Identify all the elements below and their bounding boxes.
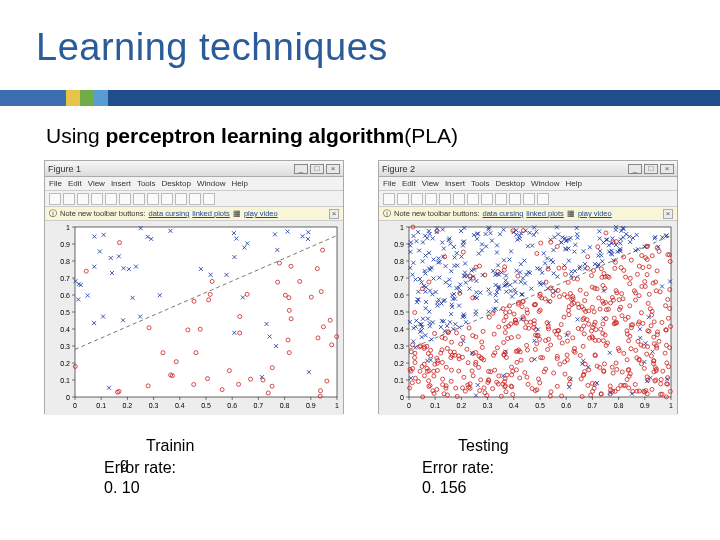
toolbar-button[interactable] (439, 193, 451, 205)
notice-close-button[interactable]: × (663, 209, 673, 219)
menu-item[interactable]: File (383, 179, 396, 188)
svg-text:0.2: 0.2 (60, 360, 70, 367)
svg-text:0.7: 0.7 (394, 275, 404, 282)
svg-text:0.4: 0.4 (394, 326, 404, 333)
toolbar-button[interactable] (481, 193, 493, 205)
toolbar-button[interactable] (509, 193, 521, 205)
plot-area-testing: 00.10.20.30.40.50.60.70.80.9100.10.20.30… (379, 221, 677, 415)
toolbar-button[interactable] (63, 193, 75, 205)
toolbar-button[interactable] (411, 193, 423, 205)
figure-window-title: Figure 1 (48, 164, 81, 174)
toolbar-button[interactable] (495, 193, 507, 205)
toolbar-button[interactable] (383, 193, 395, 205)
figure-toolbar (379, 191, 677, 207)
figure-titlebar: Figure 1 _ □ × (45, 161, 343, 177)
toolbar-button[interactable] (147, 193, 159, 205)
svg-text:0.5: 0.5 (535, 402, 545, 409)
menu-item[interactable]: Edit (68, 179, 82, 188)
svg-text:0.5: 0.5 (394, 309, 404, 316)
training-label-line2: g (108, 454, 129, 474)
svg-text:0.9: 0.9 (306, 402, 316, 409)
menu-item[interactable]: File (49, 179, 62, 188)
svg-text:0.2: 0.2 (394, 360, 404, 367)
figure-titlebar: Figure 2 _ □ × (379, 161, 677, 177)
svg-text:0.8: 0.8 (614, 402, 624, 409)
notice-link[interactable]: linked plots (526, 209, 564, 218)
testing-error-label: Error rate: (422, 459, 494, 476)
svg-text:0.6: 0.6 (227, 402, 237, 409)
toolbar-button[interactable] (523, 193, 535, 205)
svg-text:0.3: 0.3 (149, 402, 159, 409)
training-error-value: 0. 10 (104, 479, 140, 496)
toolbar-button[interactable] (175, 193, 187, 205)
toolbar-button[interactable] (467, 193, 479, 205)
toolbar-button[interactable] (425, 193, 437, 205)
toolbar-button[interactable] (397, 193, 409, 205)
svg-text:0.9: 0.9 (60, 241, 70, 248)
toolbar-button[interactable] (189, 193, 201, 205)
svg-text:0.6: 0.6 (561, 402, 571, 409)
notice-link[interactable]: data cursing (148, 209, 189, 218)
toolbar-button[interactable] (77, 193, 89, 205)
menu-item[interactable]: Desktop (162, 179, 191, 188)
toolbar-button[interactable] (453, 193, 465, 205)
menu-item[interactable]: Tools (471, 179, 490, 188)
toolbar-button[interactable] (161, 193, 173, 205)
training-label-line1: Trainin (104, 436, 284, 456)
toolbar-button[interactable] (537, 193, 549, 205)
menu-item[interactable]: Tools (137, 179, 156, 188)
window-minimize-button[interactable]: _ (628, 164, 642, 174)
figure-window-1: Figure 1 _ □ × File Edit View Insert Too… (44, 160, 344, 414)
menu-item[interactable]: Help (565, 179, 581, 188)
svg-text:0.4: 0.4 (509, 402, 519, 409)
svg-text:0.7: 0.7 (60, 275, 70, 282)
window-minimize-button[interactable]: _ (294, 164, 308, 174)
caption-training: Trainin Error rate: g 0. 10 (104, 436, 284, 498)
menu-item[interactable]: Window (531, 179, 559, 188)
figure-window-title: Figure 2 (382, 164, 415, 174)
svg-text:0.3: 0.3 (394, 343, 404, 350)
notice-close-button[interactable]: × (329, 209, 339, 219)
svg-text:0.8: 0.8 (280, 402, 290, 409)
notice-link[interactable]: play video (578, 209, 612, 218)
svg-text:0.4: 0.4 (60, 326, 70, 333)
slide: Learning techniques Using perceptron lea… (0, 0, 720, 540)
plot-area-training: 00.10.20.30.40.50.60.70.80.9100.10.20.30… (45, 221, 343, 415)
slide-title: Learning techniques (36, 26, 388, 69)
window-maximize-button[interactable]: □ (310, 164, 324, 174)
toolbar-button[interactable] (105, 193, 117, 205)
svg-text:0.4: 0.4 (175, 402, 185, 409)
brush-icon: ▦ (567, 209, 575, 218)
notice-link[interactable]: data cursing (482, 209, 523, 218)
notice-link[interactable]: linked plots (192, 209, 230, 218)
menu-item[interactable]: Insert (445, 179, 465, 188)
menu-item[interactable]: View (422, 179, 439, 188)
window-close-button[interactable]: × (326, 164, 340, 174)
figure-menubar: File Edit View Insert Tools Desktop Wind… (379, 177, 677, 191)
subtitle-bold: perceptron learning algorithm (106, 124, 405, 147)
figure-menubar: File Edit View Insert Tools Desktop Wind… (45, 177, 343, 191)
toolbar-button[interactable] (91, 193, 103, 205)
window-close-button[interactable]: × (660, 164, 674, 174)
notice-link[interactable]: play video (244, 209, 278, 218)
menu-item[interactable]: Window (197, 179, 225, 188)
svg-text:0.3: 0.3 (483, 402, 493, 409)
info-icon: ⓘ (383, 209, 391, 219)
svg-text:0.9: 0.9 (394, 241, 404, 248)
menu-item[interactable]: Insert (111, 179, 131, 188)
toolbar-button[interactable] (203, 193, 215, 205)
figure-window-2: Figure 2 _ □ × File Edit View Insert Too… (378, 160, 678, 414)
toolbar-button[interactable] (49, 193, 61, 205)
toolbar-button[interactable] (119, 193, 131, 205)
menu-item[interactable]: Desktop (496, 179, 525, 188)
menu-item[interactable]: Help (231, 179, 247, 188)
figure-toolbar (45, 191, 343, 207)
menu-item[interactable]: View (88, 179, 105, 188)
notice-text: Note new toolbar buttons: (60, 209, 145, 218)
subtitle-prefix: Using (46, 124, 106, 147)
testing-label: Testing (422, 436, 602, 456)
toolbar-button[interactable] (133, 193, 145, 205)
window-maximize-button[interactable]: □ (644, 164, 658, 174)
menu-item[interactable]: Edit (402, 179, 416, 188)
svg-text:0.2: 0.2 (123, 402, 133, 409)
